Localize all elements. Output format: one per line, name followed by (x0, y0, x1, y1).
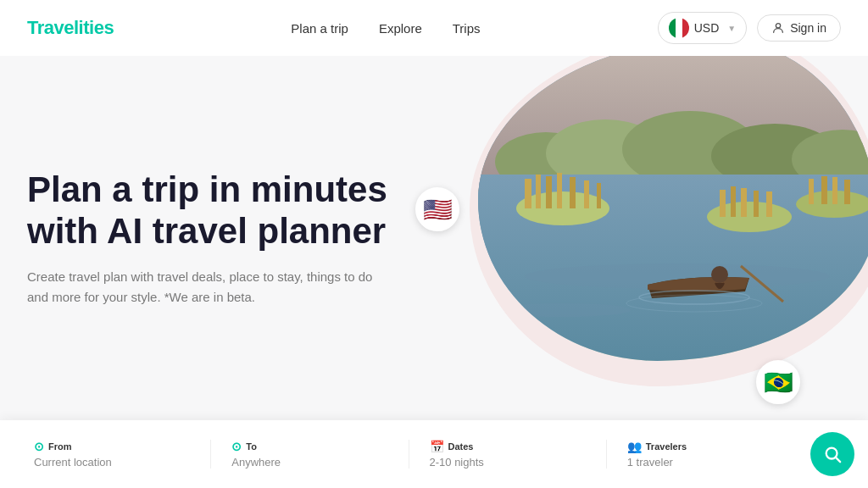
svg-rect-2 (682, 18, 689, 38)
svg-rect-15 (536, 175, 541, 208)
hero-subtitle: Create travel plan with travel deals, pl… (27, 267, 383, 308)
svg-rect-29 (821, 176, 827, 204)
from-value: Current location (34, 456, 190, 469)
svg-point-3 (776, 24, 781, 28)
travelers-label: 👥 Travelers (627, 440, 783, 453)
travelers-field[interactable]: 👥 Travelers 1 traveler (607, 440, 804, 469)
svg-rect-20 (597, 183, 601, 208)
svg-rect-19 (584, 180, 589, 208)
user-icon (771, 21, 785, 35)
dates-field[interactable]: 📅 Dates 2-10 nights (409, 440, 607, 469)
dates-value: 2-10 nights (430, 456, 586, 469)
svg-rect-14 (525, 179, 531, 208)
nav-trips[interactable]: Trips (453, 21, 481, 36)
svg-rect-31 (844, 180, 850, 204)
nav-plan-trip[interactable]: Plan a trip (291, 21, 348, 36)
main-nav: Plan a trip Explore Trips (291, 21, 480, 36)
logo: Travelities (27, 17, 114, 39)
travelers-icon: 👥 (627, 440, 642, 453)
svg-point-33 (711, 266, 728, 283)
dates-label: 📅 Dates (430, 440, 586, 453)
svg-rect-26 (766, 191, 772, 217)
svg-rect-28 (809, 179, 814, 204)
svg-rect-25 (754, 191, 759, 217)
to-label: ⊙ To (231, 440, 387, 453)
from-label: ⊙ From (34, 440, 190, 453)
hero-title: Plan a trip in minutes with AI travel pl… (27, 169, 451, 252)
search-button[interactable] (810, 432, 854, 476)
main-content: Plan a trip in minutes with AI travel pl… (0, 56, 868, 421)
svg-rect-24 (741, 188, 747, 217)
italy-flag-icon (669, 18, 689, 38)
from-field[interactable]: ⊙ From Current location (14, 440, 211, 469)
currency-label: USD (694, 21, 720, 35)
travel-photo (478, 56, 868, 361)
svg-rect-22 (720, 190, 726, 217)
header-right: USD ▼ Sign in (658, 12, 841, 44)
svg-rect-0 (669, 18, 676, 38)
calendar-icon: 📅 (430, 440, 444, 453)
svg-rect-1 (676, 18, 682, 38)
travelers-value: 1 traveler (627, 456, 783, 469)
svg-rect-17 (557, 173, 562, 208)
svg-rect-18 (570, 177, 576, 208)
brazil-flag-bubble: 🇧🇷 (756, 360, 800, 404)
hero-text: Plan a trip in minutes with AI travel pl… (27, 169, 451, 308)
svg-line-37 (836, 458, 840, 462)
sign-in-button[interactable]: Sign in (757, 14, 841, 42)
location-to-icon: ⊙ (231, 440, 242, 453)
brazil-flag-icon: 🇧🇷 (764, 369, 793, 396)
chevron-down-icon: ▼ (727, 24, 736, 33)
header: Travelities Plan a trip Explore Trips US… (0, 0, 868, 56)
search-icon (823, 445, 842, 463)
search-bar: ⊙ From Current location ⊙ To Anywhere 📅 … (0, 420, 868, 488)
svg-rect-23 (731, 186, 736, 217)
to-field[interactable]: ⊙ To Anywhere (211, 440, 409, 469)
hero-image-container (444, 56, 868, 395)
location-from-icon: ⊙ (34, 440, 44, 453)
to-value: Anywhere (231, 456, 387, 469)
svg-rect-30 (832, 177, 837, 204)
currency-selector[interactable]: USD ▼ (658, 12, 747, 44)
sign-in-label: Sign in (790, 21, 826, 35)
svg-rect-16 (546, 176, 552, 208)
nav-explore[interactable]: Explore (379, 21, 422, 36)
